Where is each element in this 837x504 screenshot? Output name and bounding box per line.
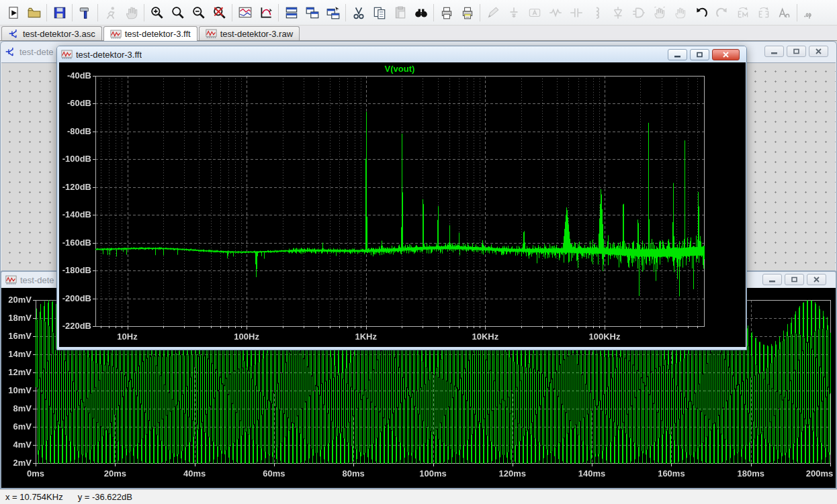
open-file-icon[interactable] xyxy=(24,3,44,23)
control-panel-icon[interactable] xyxy=(75,3,95,23)
net-label-icon[interactable] xyxy=(524,3,545,23)
resistor-icon[interactable] xyxy=(545,3,566,23)
print-preview-icon[interactable] xyxy=(457,3,478,23)
zoom-in-icon[interactable] xyxy=(146,3,167,23)
status-bar: x = 10.754KHz y = -36.622dB xyxy=(0,489,837,504)
toolbar-separator xyxy=(232,4,232,21)
waveform-icon xyxy=(110,30,122,39)
text-icon[interactable] xyxy=(774,3,795,23)
halt-icon[interactable] xyxy=(121,3,142,23)
diode-icon[interactable] xyxy=(607,3,628,23)
document-tabbar: test-detektor-3.asctest-detektor-3.fftte… xyxy=(0,26,837,41)
paste-icon[interactable] xyxy=(390,3,410,23)
undo-icon[interactable] xyxy=(691,3,711,23)
transient-window-title: test-dete xyxy=(20,275,54,285)
toolbar-separator xyxy=(433,4,434,21)
restore-button[interactable] xyxy=(787,46,806,57)
draw-wire-icon[interactable] xyxy=(482,3,503,23)
cursor-y-readout: y = -36.622dB xyxy=(78,492,132,502)
mdi-client-area: test-dete test-dete xyxy=(0,41,837,489)
cascade-windows-icon[interactable] xyxy=(322,3,343,23)
fft-window-titlebar[interactable]: test-detektor-3.fft xyxy=(57,46,746,62)
find-icon[interactable] xyxy=(410,3,431,23)
toolbar-separator xyxy=(278,4,279,21)
tab-test-detektor-3.raw[interactable]: test-detektor-3.raw xyxy=(199,26,300,40)
print-icon[interactable] xyxy=(436,3,457,23)
fft-plot-window: test-detektor-3.fft xyxy=(56,46,747,350)
toolbar-separator xyxy=(97,4,98,21)
restore-button[interactable] xyxy=(690,49,709,60)
move-icon[interactable] xyxy=(649,3,670,23)
plot-settings-icon[interactable] xyxy=(255,3,276,23)
minimize-button[interactable] xyxy=(762,274,782,285)
schematic-icon xyxy=(8,29,19,38)
toolbar-separator xyxy=(72,4,73,21)
ground-icon[interactable] xyxy=(503,3,524,23)
cursor-x-readout: x = 10.754KHz xyxy=(5,492,63,502)
tile-horizontal-icon[interactable] xyxy=(281,3,302,23)
schematic-window-title: test-dete xyxy=(19,47,54,57)
restore-button[interactable] xyxy=(785,274,804,285)
fft-plot-canvas[interactable] xyxy=(59,62,746,347)
capacitor-icon[interactable] xyxy=(566,3,586,23)
close-button[interactable] xyxy=(712,49,740,60)
main-toolbar xyxy=(0,0,837,26)
run-icon[interactable] xyxy=(100,3,121,23)
tab-label: test-detektor-3.raw xyxy=(220,29,293,39)
drag-icon[interactable] xyxy=(670,3,691,23)
zoom-out-icon[interactable] xyxy=(188,3,209,23)
toolbar-separator xyxy=(144,4,144,21)
toolbar-separator xyxy=(480,4,480,21)
waveform-icon xyxy=(5,275,17,285)
new-schematic-icon[interactable] xyxy=(3,3,24,23)
mirror-icon[interactable] xyxy=(753,3,774,23)
copy-icon[interactable] xyxy=(369,3,390,23)
tab-test-detektor-3.fft[interactable]: test-detektor-3.fft xyxy=(103,26,197,41)
zoom-area-icon[interactable] xyxy=(167,3,188,23)
schematic-icon xyxy=(5,47,16,56)
fft-window-title: test-detektor-3.fft xyxy=(76,50,142,60)
close-button[interactable] xyxy=(807,274,826,285)
waveform-icon xyxy=(61,50,73,59)
cut-icon[interactable] xyxy=(348,3,369,23)
component-icon[interactable] xyxy=(628,3,649,23)
waveform-icon xyxy=(206,29,217,38)
tile-vertical-icon[interactable] xyxy=(302,3,322,23)
tab-test-detektor-3.asc[interactable]: test-detektor-3.asc xyxy=(1,26,102,40)
minimize-button[interactable] xyxy=(668,49,687,60)
inductor-icon[interactable] xyxy=(586,3,607,23)
toolbar-separator xyxy=(46,4,47,21)
ltspice-app: test-detektor-3.asctest-detektor-3.fftte… xyxy=(0,0,837,504)
rotate-icon[interactable] xyxy=(732,3,753,23)
autorange-plot-icon[interactable] xyxy=(234,3,255,23)
toolbar-separator xyxy=(345,4,346,21)
close-button[interactable] xyxy=(809,46,828,57)
tab-label: test-detektor-3.fft xyxy=(125,29,191,39)
save-icon[interactable] xyxy=(49,3,70,23)
tab-label: test-detektor-3.asc xyxy=(23,29,95,39)
toolbar-separator xyxy=(797,4,797,21)
redo-icon[interactable] xyxy=(711,3,732,23)
zoom-full-extents-icon[interactable] xyxy=(209,3,230,23)
minimize-button[interactable] xyxy=(764,46,784,57)
spice-directive-icon[interactable] xyxy=(799,3,820,23)
